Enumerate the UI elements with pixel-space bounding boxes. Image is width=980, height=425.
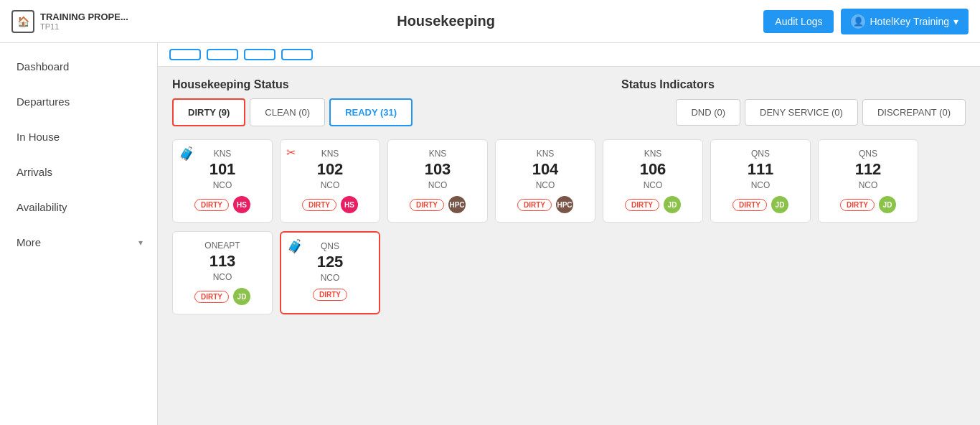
logo: 🏠 TRAINING PROPE... TP11 xyxy=(11,10,128,33)
room-type: ONEAPT xyxy=(204,240,240,251)
rooms-row-1: 🧳 KNS 101 NCO DIRTY HS ✂ KNS 102 NCO xyxy=(172,139,966,223)
room-badges: DIRTY JD xyxy=(625,196,681,213)
room-badges: DIRTY HS xyxy=(194,196,250,213)
status-indicators-title: Status Indicators xyxy=(621,78,966,91)
content-area: Housekeeping Status Status Indicators DI… xyxy=(158,43,980,425)
room-card-111[interactable]: QNS 111 NCO DIRTY JD xyxy=(710,139,811,223)
tab-2[interactable] xyxy=(207,49,238,60)
sidebar: Dashboard Departures In House Arrivals A… xyxy=(0,43,158,425)
room-code: NCO xyxy=(213,272,232,282)
room-type: QNS xyxy=(321,241,339,251)
sidebar-item-availability[interactable]: Availability xyxy=(0,190,157,225)
sidebar-item-arrivals[interactable]: Arrivals xyxy=(0,154,157,190)
room-code: NCO xyxy=(859,180,878,190)
room-card-103[interactable]: KNS 103 NCO DIRTY HPC xyxy=(387,139,488,223)
room-code: NCO xyxy=(751,180,771,190)
dirty-badge: DIRTY xyxy=(840,199,875,211)
sidebar-item-inhouse[interactable]: In House xyxy=(0,119,157,154)
logo-icon: 🏠 xyxy=(11,10,34,33)
room-code: NCO xyxy=(644,180,663,190)
dirty-badge: DIRTY xyxy=(732,199,767,211)
logo-text: TRAINING PROPE... TP11 xyxy=(40,11,128,31)
room-card-101[interactable]: 🧳 KNS 101 NCO DIRTY HS xyxy=(172,139,273,223)
main-layout: Dashboard Departures In House Arrivals A… xyxy=(0,43,980,425)
room-type: KNS xyxy=(644,149,662,159)
room-card-106[interactable]: KNS 106 NCO DIRTY JD xyxy=(603,139,703,223)
sidebar-item-dashboard[interactable]: Dashboard xyxy=(0,49,157,84)
room-badges: DIRTY JD xyxy=(194,288,250,305)
audit-logs-button[interactable]: Audit Logs xyxy=(763,10,834,33)
staff-avatar: HPC xyxy=(556,196,573,213)
chevron-down-icon: ▾ xyxy=(953,16,958,27)
indicator-discrepant-button[interactable]: DISCREPANT (0) xyxy=(862,99,966,126)
room-badges: DIRTY JD xyxy=(732,196,788,213)
user-icon: 👤 xyxy=(851,14,865,29)
staff-avatar: HS xyxy=(233,196,250,213)
indicator-deny-button[interactable]: DENY SERVICE (0) xyxy=(745,99,858,126)
room-type: KNS xyxy=(429,149,447,159)
luggage-icon: 🧳 xyxy=(287,238,303,254)
luggage-icon: 🧳 xyxy=(179,146,194,162)
room-card-113[interactable]: ONEAPT 113 NCO DIRTY JD xyxy=(172,231,273,314)
status-ready-button[interactable]: READY (31) xyxy=(329,98,413,126)
room-number: 106 xyxy=(640,160,666,179)
user-menu-button[interactable]: 👤 HotelKey Training ▾ xyxy=(841,9,969,34)
room-code: NCO xyxy=(321,180,340,190)
room-code: NCO xyxy=(213,180,232,190)
tabs-row xyxy=(158,43,980,67)
room-type: QNS xyxy=(751,149,770,159)
dirty-badge: DIRTY xyxy=(517,199,552,211)
staff-avatar: JD xyxy=(879,196,896,213)
room-card-104[interactable]: KNS 104 NCO DIRTY HPC xyxy=(495,139,595,223)
room-number: 125 xyxy=(317,253,344,271)
indicator-dnd-button[interactable]: DND (0) xyxy=(676,99,740,126)
room-badges: DIRTY HPC xyxy=(410,196,466,213)
status-dirty-button[interactable]: DIRTY (9) xyxy=(172,98,245,126)
header-actions: Audit Logs 👤 HotelKey Training ▾ xyxy=(763,9,969,34)
housekeeping-status-title: Housekeeping Status xyxy=(172,78,621,91)
room-number: 101 xyxy=(209,160,236,179)
dirty-badge: DIRTY xyxy=(194,199,229,211)
staff-avatar: JD xyxy=(233,288,250,305)
tab-4[interactable] xyxy=(281,49,313,60)
housekeeping-section: Housekeeping Status Status Indicators DI… xyxy=(158,67,980,335)
sidebar-item-departures[interactable]: Departures xyxy=(0,84,157,119)
room-badges: DIRTY xyxy=(313,289,347,301)
scissors-icon: ✂ xyxy=(286,146,296,159)
property-id: TP11 xyxy=(40,22,128,31)
dirty-badge: DIRTY xyxy=(302,199,336,211)
tab-1[interactable] xyxy=(169,49,201,60)
room-type: KNS xyxy=(321,149,339,159)
room-code: NCO xyxy=(428,180,448,190)
page-title: Housekeeping xyxy=(140,13,753,29)
room-card-112[interactable]: QNS 112 NCO DIRTY JD xyxy=(818,139,918,223)
room-badges: DIRTY HPC xyxy=(517,196,573,213)
status-clean-button[interactable]: CLEAN (0) xyxy=(250,98,325,126)
room-card-102[interactable]: ✂ KNS 102 NCO DIRTY HS xyxy=(280,139,380,223)
chevron-down-icon: ▾ xyxy=(138,238,143,248)
property-name: TRAINING PROPE... xyxy=(40,11,128,22)
room-number: 103 xyxy=(425,160,451,179)
room-card-125[interactable]: 🧳 QNS 125 NCO DIRTY xyxy=(280,231,380,314)
room-type: QNS xyxy=(859,149,877,159)
room-type: KNS xyxy=(214,149,232,159)
dirty-badge: DIRTY xyxy=(410,199,444,211)
user-name: HotelKey Training xyxy=(870,16,949,27)
rooms-row-2: ONEAPT 113 NCO DIRTY JD 🧳 QNS 125 NCO DI… xyxy=(172,231,966,314)
dirty-badge: DIRTY xyxy=(194,291,229,303)
room-number: 111 xyxy=(748,160,774,179)
room-number: 112 xyxy=(855,160,882,179)
room-number: 102 xyxy=(317,160,344,179)
dirty-badge: DIRTY xyxy=(625,199,659,211)
room-badges: DIRTY HS xyxy=(302,196,358,213)
tab-3[interactable] xyxy=(244,49,275,60)
room-type: KNS xyxy=(537,149,555,159)
room-code: NCO xyxy=(321,273,340,283)
staff-avatar: JD xyxy=(771,196,788,213)
dirty-badge: DIRTY xyxy=(313,289,347,301)
room-number: 104 xyxy=(532,160,559,179)
room-number: 113 xyxy=(209,252,236,271)
sidebar-item-more[interactable]: More ▾ xyxy=(0,225,157,260)
staff-avatar: JD xyxy=(664,196,681,213)
staff-avatar: HPC xyxy=(448,196,466,213)
